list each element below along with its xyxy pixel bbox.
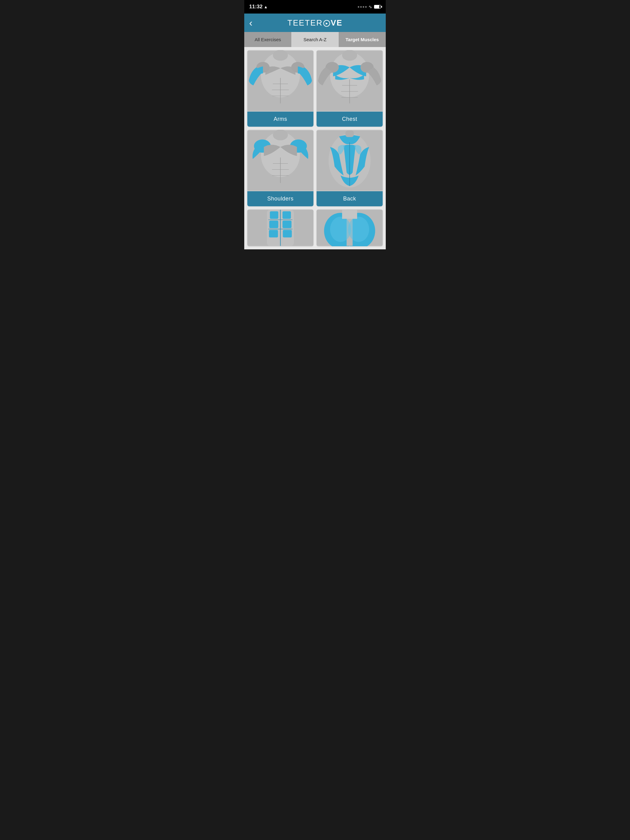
svg-point-25 <box>273 130 288 141</box>
svg-point-49 <box>330 217 351 242</box>
location-icon: ▲ <box>264 5 268 9</box>
svg-rect-40 <box>269 230 278 237</box>
abs-image <box>247 209 313 246</box>
muscle-card-glutes[interactable] <box>317 209 383 246</box>
svg-point-5 <box>273 50 288 61</box>
muscle-card-abs[interactable] <box>247 209 313 246</box>
arms-label: Arms <box>247 112 313 127</box>
tab-search-az[interactable]: Search A-Z <box>291 32 339 47</box>
chest-image <box>317 50 383 112</box>
battery-icon <box>374 5 381 9</box>
muscle-card-shoulders[interactable]: Shoulders <box>247 130 313 206</box>
shoulders-label: Shoulders <box>247 191 313 206</box>
app-title: TEETER▶VE <box>287 18 342 28</box>
status-bar: 11:32 ▲ ∿ <box>244 0 386 14</box>
signal-dots <box>358 6 367 8</box>
chest-label: Chest <box>317 112 383 127</box>
tab-target-muscles[interactable]: Target Muscles <box>339 32 386 47</box>
svg-rect-51 <box>342 210 357 219</box>
svg-point-50 <box>348 217 369 242</box>
back-button[interactable] <box>249 18 253 28</box>
status-time: 11:32 ▲ <box>249 4 268 10</box>
svg-rect-41 <box>283 230 291 237</box>
app-header: TEETER▶VE <box>244 14 386 32</box>
muscle-card-arms[interactable]: Arms <box>247 50 313 127</box>
tab-bar: All Exercises Search A-Z Target Muscles <box>244 32 386 47</box>
status-icons: ∿ <box>358 4 381 9</box>
muscle-card-back[interactable]: Back <box>317 130 383 206</box>
svg-rect-36 <box>270 211 278 219</box>
shoulders-image <box>247 130 313 191</box>
time-display: 11:32 <box>249 4 263 10</box>
wifi-icon: ∿ <box>369 4 372 9</box>
back-image <box>317 130 383 191</box>
back-label: Back <box>317 191 383 206</box>
glutes-image <box>317 209 383 246</box>
tab-all-exercises[interactable]: All Exercises <box>244 32 291 47</box>
muscle-grid: Arms <box>244 47 386 249</box>
svg-rect-37 <box>282 211 291 219</box>
svg-rect-39 <box>282 221 291 228</box>
arms-image <box>247 50 313 112</box>
svg-rect-33 <box>345 130 354 137</box>
muscle-card-chest[interactable]: Chest <box>317 50 383 127</box>
svg-point-15 <box>342 50 357 61</box>
svg-rect-38 <box>269 221 278 228</box>
